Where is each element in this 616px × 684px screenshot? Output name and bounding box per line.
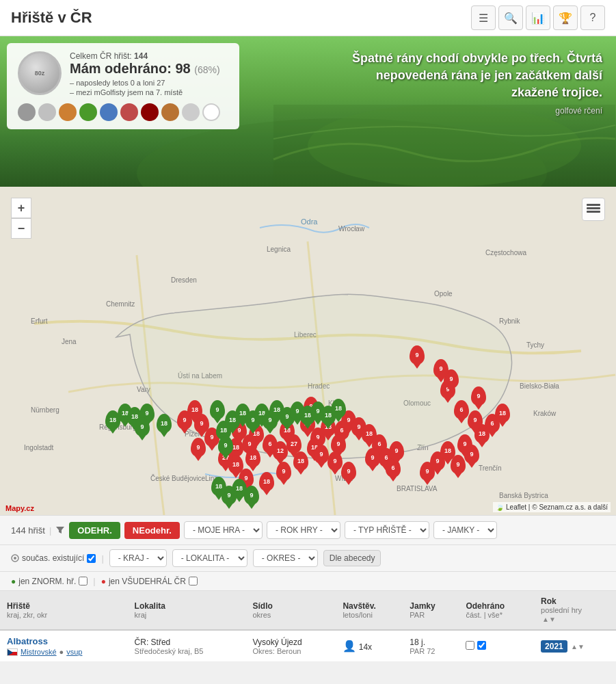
hero-quote-text: Špatné rány chodí obvykle po třech. Čtvr…	[343, 50, 602, 102]
map-container[interactable]: Odra Donau Erfurt Jena Chemnitz Dresden …	[0, 187, 616, 515]
course-name[interactable]: Albatross	[7, 636, 121, 646]
svg-text:Trenčín: Trenčín	[479, 464, 502, 472]
layers-icon	[587, 204, 600, 215]
district-select[interactable]: - OKRES -	[253, 549, 318, 567]
medal-2	[38, 103, 56, 121]
type-select[interactable]: - TYP HŘIŠTĚ -	[345, 521, 429, 539]
map-pin-red-27[interactable]: 9	[451, 455, 466, 474]
map-pin-red-34[interactable]: 6	[454, 400, 469, 419]
my-game-select[interactable]: - MOJE HRA -	[184, 521, 263, 539]
map-pin-red-31[interactable]: 9	[468, 410, 483, 430]
flag-cz-icon	[7, 648, 18, 656]
hero-quote-panel: Špatné rány chodí obvykle po třech. Čtvr…	[343, 50, 602, 116]
seat-sub: Okres: Beroun	[252, 647, 329, 655]
filter-separator-1: |	[49, 525, 51, 536]
all-dot-icon: ●	[101, 577, 106, 586]
played-button[interactable]: ODEHR.	[69, 522, 120, 539]
map-pin-red-39[interactable]: 9	[410, 345, 425, 365]
norm-radio-label[interactable]: ● jen ZNORM. hř.	[11, 577, 88, 586]
year-sort-icon[interactable]: ▲▼	[571, 643, 585, 650]
map-pin-red-29[interactable]: 9	[457, 434, 472, 453]
courses-table: Hřiště kraj, zkr, okr Lokalita kraj Sídl…	[0, 591, 616, 662]
svg-rect-36	[587, 207, 600, 209]
medal-10	[202, 103, 220, 121]
map-pin-red-43[interactable]: 9	[341, 462, 356, 481]
map-pin-red-17[interactable]: 9	[331, 434, 346, 453]
map-pin-red-22[interactable]: 9	[389, 441, 404, 460]
norm-dot-icon: ●	[11, 577, 16, 586]
map-pin-green-6[interactable]: 18	[157, 414, 172, 433]
map-pin-green-24[interactable]: 9	[218, 436, 233, 455]
map-pin-green-9[interactable]: 9	[210, 400, 225, 419]
map-pin-red-54[interactable]: 9	[327, 451, 343, 471]
year-select[interactable]: - ROK HRY -	[267, 521, 340, 539]
map-pin-green-5[interactable]: 9	[135, 417, 150, 436]
svg-text:Ingolstadt: Ingolstadt	[24, 444, 54, 451]
zoom-in-button[interactable]: +	[11, 198, 31, 218]
course-entry-link[interactable]: vsup	[66, 648, 82, 656]
holes-par: PAR 72	[410, 647, 452, 655]
map-pin-red-23[interactable]: 9	[365, 448, 380, 467]
current-checkbox[interactable]	[87, 554, 96, 563]
not-played-button[interactable]: NEodehr.	[124, 522, 180, 539]
map-pin-red-38[interactable]: 9	[433, 359, 448, 378]
page-title: Hřiště v ČR	[11, 9, 92, 27]
course-type-link[interactable]: Mistrovské	[21, 648, 57, 656]
map-pin-green-23[interactable]: 9	[244, 486, 259, 505]
svg-text:Opole: Opole	[434, 290, 453, 298]
played-partial-checkbox[interactable]	[466, 641, 474, 650]
chart-button[interactable]: 📊	[526, 5, 550, 30]
col-header-course: Hřiště kraj, zkr, okr	[0, 591, 128, 630]
svg-text:Rybnik: Rybnik	[499, 317, 521, 325]
all-radio-label[interactable]: ● jen VŠUDEHRÁL ČR	[101, 577, 198, 586]
played-all-checkbox[interactable]	[477, 641, 486, 650]
medal-3	[59, 103, 77, 121]
list-view-button[interactable]: ☰	[471, 5, 496, 30]
trophy-button[interactable]: 🏆	[553, 5, 578, 30]
map-pin-red-33[interactable]: 18	[495, 404, 510, 423]
played-count: Mám odehráno: 98 (68%)	[70, 61, 228, 77]
alphabetical-button[interactable]: Dle abecedy	[323, 550, 381, 566]
svg-text:Legnica: Legnica	[267, 246, 291, 253]
map-pin-red-50[interactable]: 12	[273, 441, 288, 460]
cell-locality: ČR: Střed Středočeský kraj, B5	[128, 630, 246, 662]
medal-5	[100, 103, 118, 121]
map-pin-red-51[interactable]: 27	[286, 434, 302, 453]
map-pin-red-47[interactable]: 18	[259, 472, 274, 491]
map-pin-green-25[interactable]: 18	[211, 477, 226, 496]
settings-icon	[11, 554, 19, 562]
seat-name: Vysoký Újezd	[252, 637, 329, 647]
filter-count: 144 hřišt	[11, 525, 45, 536]
total-label: Celkem ČR hřišt: 144	[70, 51, 228, 61]
norm-checkbox[interactable]	[79, 577, 88, 586]
svg-text:Erfurt: Erfurt	[31, 317, 48, 325]
map-pin-red-7[interactable]: 9	[191, 438, 206, 457]
map-layers-button[interactable]	[582, 198, 605, 221]
filter-bar-row1: 144 hřišt | ODEHR. NEodehr. - MOJE HRA -…	[0, 515, 616, 545]
map-pin-red-10[interactable]: 9	[177, 410, 192, 430]
map-pin-red-45[interactable]: 9	[242, 434, 257, 453]
map-pin-green-20[interactable]: 18	[331, 399, 346, 418]
svg-text:Tychy: Tychy	[526, 341, 544, 349]
locality-select[interactable]: - LOKALITA -	[172, 549, 247, 567]
page-header: Hřiště v ČR ☰ 🔍 📊 🏆 ?	[0, 0, 616, 36]
filter-icon	[55, 525, 65, 535]
svg-text:Bielsko-Biała: Bielsko-Biała	[520, 382, 559, 390]
holes-select[interactable]: - JAMKY -	[433, 521, 497, 539]
svg-text:Wrocław: Wrocław	[338, 225, 365, 233]
all-checkbox[interactable]	[189, 577, 198, 586]
map-pin-red-35[interactable]: 9	[471, 386, 486, 406]
current-checkbox-label[interactable]: součas. existující	[11, 553, 96, 563]
hero-stats-panel: 80z Celkem ČR hřišt: 144 Mám odehráno: 9…	[7, 43, 239, 129]
region-select[interactable]: - KRAJ -	[109, 549, 167, 567]
svg-rect-35	[587, 204, 600, 206]
help-button[interactable]: ?	[580, 5, 605, 30]
detail-line-1: – naposledy letos 0 a loni 27	[70, 79, 228, 87]
visitors-person-icon: 👤	[343, 640, 356, 652]
cell-year: 2021 ▲▼	[534, 630, 616, 662]
zoom-out-button[interactable]: −	[11, 218, 31, 239]
map-logo: Mapy.cz	[5, 504, 34, 512]
search-button[interactable]: 🔍	[498, 5, 523, 30]
map-pin-red-53[interactable]: 9	[314, 445, 329, 464]
map-pin-red-42[interactable]: 9	[276, 462, 291, 481]
